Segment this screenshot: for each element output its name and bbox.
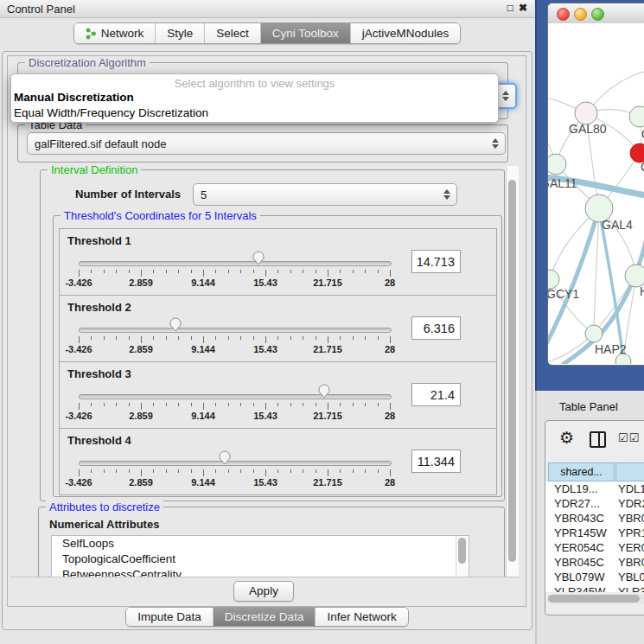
column-header-shared-name[interactable]: shared... [548, 462, 615, 481]
network-graph[interactable]: GAL80 G C GAL11 GAL4 GCY1 H HAP2 [548, 23, 644, 364]
cell-name[interactable]: YDR2 [618, 496, 644, 511]
table-row[interactable]: YDL19...YDL1 [545, 481, 644, 496]
tick-mark [104, 469, 105, 473]
numerical-attributes-list[interactable]: SelfLoopsTopologicalCoefficientBetweenne… [51, 535, 469, 577]
tab-infer-network[interactable]: Infer Network [315, 608, 407, 626]
table-body[interactable]: YDL19...YDL1YDR27...YDR2YBR043CYBR0YPR14… [545, 481, 644, 592]
slider-thumb[interactable] [317, 384, 331, 399]
table-row[interactable]: YLR345WYLR3 [545, 584, 644, 592]
attributes-scrollbar[interactable] [456, 536, 469, 577]
select-checkboxes-icon[interactable]: ☑☑ [618, 431, 640, 444]
network-window[interactable]: GAL80 G C GAL11 GAL4 GCY1 H HAP2 [547, 3, 644, 366]
cell-shared-name[interactable]: YBL079W [554, 570, 618, 584]
table-row[interactable]: YER054CYER0 [545, 540, 644, 555]
tick-mark [353, 270, 354, 273]
threshold-1-slider[interactable]: -3.4262.8599.14415.4321.71528 [79, 229, 390, 295]
slider-track[interactable] [79, 461, 392, 466]
cell-shared-name[interactable]: YDL19... [554, 481, 618, 496]
node-hap2[interactable] [585, 325, 603, 342]
column-header-name[interactable]: n [615, 462, 644, 481]
slider-thumb[interactable] [218, 450, 232, 465]
table-row[interactable]: YBR045CYBR0 [545, 555, 644, 570]
tick-mark [240, 270, 241, 273]
tick-mark [104, 403, 105, 406]
node-gal11[interactable] [548, 154, 566, 175]
tick-label: 15.43 [253, 477, 277, 488]
cell-name[interactable]: YPR1 [618, 526, 644, 540]
table-data-combo[interactable]: galFiltered.sif default node [27, 132, 506, 155]
cell-shared-name[interactable]: YPR145W [554, 526, 618, 540]
table-row[interactable]: YPR145WYPR1 [545, 526, 644, 540]
cell-shared-name[interactable]: YLR345W [554, 584, 618, 592]
slider-ticks [79, 336, 390, 343]
minimize-traffic-light-icon[interactable] [574, 8, 587, 21]
network-view[interactable]: GAL80 G C GAL11 GAL4 GCY1 H HAP2 [548, 23, 644, 364]
slider-track[interactable] [79, 261, 392, 266]
num-intervals-combo[interactable]: 5 [193, 183, 457, 206]
tab-select[interactable]: Select [204, 23, 260, 43]
combo-arrows-icon [492, 138, 499, 149]
table-horizontal-scrollbar[interactable] [547, 594, 644, 604]
slider-thumb[interactable] [252, 251, 265, 265]
table-toolbar: ⚙ ☑☑ [545, 421, 644, 459]
tab-style[interactable]: Style [155, 23, 204, 43]
node-top-right[interactable] [629, 106, 644, 127]
cell-shared-name[interactable]: YER054C [554, 540, 618, 555]
attribute-list-item[interactable]: BetweennessCentrality [52, 567, 469, 577]
tick-mark [166, 336, 167, 340]
threshold-3-slider[interactable]: -3.4262.8599.14415.4321.71528 [79, 362, 390, 428]
tick-mark [116, 336, 117, 340]
slider-thumb[interactable] [169, 317, 182, 332]
attribute-list-item[interactable]: SelfLoops [52, 536, 469, 552]
threshold-1-value[interactable]: 14.713 [411, 250, 461, 273]
table-row[interactable]: YDR27...YDR2 [545, 496, 644, 511]
dropdown-item-equal-width[interactable]: Equal Width/Frequency Discretization [11, 105, 498, 121]
slider-track[interactable] [79, 394, 392, 399]
cell-name[interactable]: YBL0 [618, 570, 644, 584]
tick-mark [91, 403, 92, 406]
table-row[interactable]: YBR043CYBR0 [545, 511, 644, 526]
node-gcy1[interactable] [548, 270, 559, 289]
gear-icon[interactable]: ⚙ [559, 428, 574, 448]
tick-mark [378, 403, 379, 406]
tick-mark [328, 403, 328, 410]
tab-discretize-data[interactable]: Discretize Data [213, 608, 316, 626]
cell-name[interactable]: YDL1 [618, 481, 644, 496]
tick-mark [316, 403, 316, 406]
tick-mark [178, 469, 179, 473]
label-h-cut: H [640, 284, 644, 298]
cell-name[interactable]: YBR0 [618, 555, 644, 570]
settings-scrollbar[interactable] [506, 166, 519, 577]
slider-track[interactable] [79, 328, 392, 333]
dropdown-item-manual[interactable]: Manual Discretization [11, 90, 498, 105]
tab-network[interactable]: Network [74, 23, 156, 43]
zoom-traffic-light-icon[interactable] [591, 8, 604, 21]
cell-shared-name[interactable]: YDR27... [554, 496, 618, 511]
attribute-list-item[interactable]: TopologicalCoefficient [52, 552, 469, 567]
tab-label: Impute Data [137, 610, 201, 623]
close-traffic-light-icon[interactable] [557, 8, 570, 21]
tick-mark [303, 336, 303, 340]
cell-shared-name[interactable]: YBR043C [554, 511, 618, 526]
cell-name[interactable]: YLR3 [618, 584, 644, 592]
columns-icon[interactable] [590, 431, 606, 448]
network-window-titlebar[interactable] [548, 3, 644, 24]
threshold-4-value[interactable]: 11.344 [411, 450, 461, 473]
apply-button[interactable]: Apply [233, 581, 294, 602]
tab-cyni-toolbox[interactable]: Cyni Toolbox [260, 23, 350, 43]
cell-shared-name[interactable]: YBR045C [554, 555, 618, 570]
close-icon[interactable]: ✖ [519, 2, 527, 14]
cell-name[interactable]: YBR0 [618, 511, 644, 526]
slider-tick-labels: -3.4262.8599.14415.4321.71528 [79, 411, 390, 421]
float-window-icon[interactable]: □ [507, 2, 513, 14]
tab-jactivemnodules[interactable]: jActiveMNodules [350, 23, 461, 43]
tick-mark [390, 336, 391, 343]
threshold-2-slider[interactable]: -3.4262.8599.14415.4321.71528 [79, 296, 390, 361]
tab-impute-data[interactable]: Impute Data [126, 608, 213, 626]
network-desktop: GAL80 G C GAL11 GAL4 GCY1 H HAP2 [535, 0, 644, 391]
threshold-3-value[interactable]: 21.4 [411, 383, 461, 406]
table-row[interactable]: YBL079WYBL0 [545, 570, 644, 584]
threshold-2-value[interactable]: 6.316 [411, 316, 461, 340]
cell-name[interactable]: YER0 [618, 540, 644, 555]
threshold-4-slider[interactable]: -3.4262.8599.14415.4321.71528 [79, 429, 390, 494]
